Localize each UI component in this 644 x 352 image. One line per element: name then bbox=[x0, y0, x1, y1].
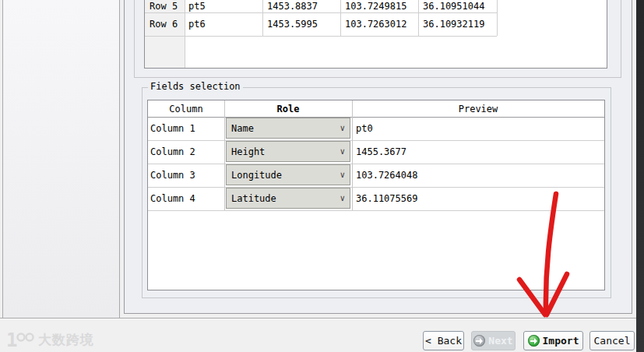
gridline bbox=[224, 100, 225, 210]
chevron-down-icon: ∨ bbox=[340, 124, 345, 132]
row-header: Row 6 bbox=[150, 19, 178, 30]
field-preview-value: 36.11075569 bbox=[356, 194, 417, 204]
next-button[interactable]: Next bbox=[471, 331, 516, 350]
role-select-column2[interactable]: Height ∨ bbox=[226, 141, 350, 162]
role-select-value: Height bbox=[231, 146, 265, 157]
cell-latitude: 36.10951044 bbox=[423, 2, 484, 12]
gridline bbox=[340, 0, 341, 36]
watermark: 1 大数跨境 bbox=[6, 329, 94, 350]
column-header-preview: Preview bbox=[352, 104, 604, 114]
role-select-column1[interactable]: Name ∨ bbox=[226, 118, 350, 139]
cancel-button[interactable]: Cancel bbox=[589, 331, 635, 350]
column-header-column: Column bbox=[148, 104, 224, 114]
chevron-down-icon: ∨ bbox=[340, 171, 345, 179]
svg-text:1: 1 bbox=[6, 330, 17, 349]
cell-latitude: 36.10932119 bbox=[423, 19, 484, 30]
preview-table: Row 5 pt5 1453.8837 103.7249815 36.10951… bbox=[144, 0, 607, 69]
next-arrow-icon bbox=[473, 335, 485, 347]
column-header-role: Role bbox=[224, 104, 352, 114]
gridline bbox=[145, 12, 497, 13]
cell-height: 1453.5995 bbox=[267, 19, 318, 30]
watermark-brand-text: 大数跨境 bbox=[38, 333, 94, 347]
gridline bbox=[497, 0, 498, 36]
cell-name: pt6 bbox=[188, 19, 206, 30]
field-preview-value: 1455.3677 bbox=[356, 147, 406, 157]
role-select-value: Name bbox=[231, 123, 254, 134]
field-row-label: Column 2 bbox=[150, 147, 195, 157]
watermark-logo-icon: 1 bbox=[6, 330, 34, 349]
chevron-down-icon: ∨ bbox=[340, 194, 345, 202]
role-select-value: Longitude bbox=[231, 170, 282, 181]
cell-name: pt5 bbox=[188, 2, 206, 12]
wizard-sidebar bbox=[2, 0, 120, 318]
back-button-label: < Back bbox=[425, 335, 462, 347]
gridline bbox=[262, 0, 263, 36]
row-header: Row 5 bbox=[150, 2, 178, 12]
gridline bbox=[148, 117, 604, 118]
gridline bbox=[148, 187, 604, 188]
chevron-down-icon: ∨ bbox=[340, 147, 345, 156]
gridline bbox=[352, 100, 353, 210]
role-select-column4[interactable]: Latitude ∨ bbox=[226, 188, 350, 209]
import-arrow-icon bbox=[528, 335, 540, 347]
import-button-label: Import bbox=[543, 335, 579, 347]
cell-longitude: 103.7249815 bbox=[345, 2, 406, 12]
cell-height: 1453.8837 bbox=[267, 2, 318, 12]
gridline bbox=[148, 164, 604, 164]
fields-selection-title: Fields selection bbox=[148, 82, 243, 92]
import-button[interactable]: Import bbox=[523, 331, 583, 350]
field-row-label: Column 4 bbox=[150, 194, 195, 204]
gridline bbox=[145, 36, 497, 37]
field-preview-value: pt0 bbox=[356, 124, 373, 134]
back-button[interactable]: < Back bbox=[423, 331, 464, 350]
bottom-separator-highlight bbox=[0, 319, 636, 319]
gridline bbox=[148, 140, 604, 141]
background-window-strip bbox=[636, 0, 644, 352]
fields-selection-table: Column Role Preview Column 1 Name ∨ pt0 … bbox=[147, 100, 605, 290]
gridline bbox=[148, 210, 604, 211]
next-button-label: Next bbox=[488, 335, 512, 347]
role-select-value: Latitude bbox=[231, 193, 276, 204]
gridline bbox=[418, 0, 419, 36]
cell-longitude: 103.7263012 bbox=[345, 19, 406, 30]
field-preview-value: 103.7264048 bbox=[356, 171, 417, 181]
cancel-button-label: Cancel bbox=[594, 335, 631, 347]
field-row-label: Column 3 bbox=[150, 171, 195, 181]
field-row-label: Column 1 bbox=[150, 124, 195, 134]
role-select-column3[interactable]: Longitude ∨ bbox=[226, 164, 350, 185]
